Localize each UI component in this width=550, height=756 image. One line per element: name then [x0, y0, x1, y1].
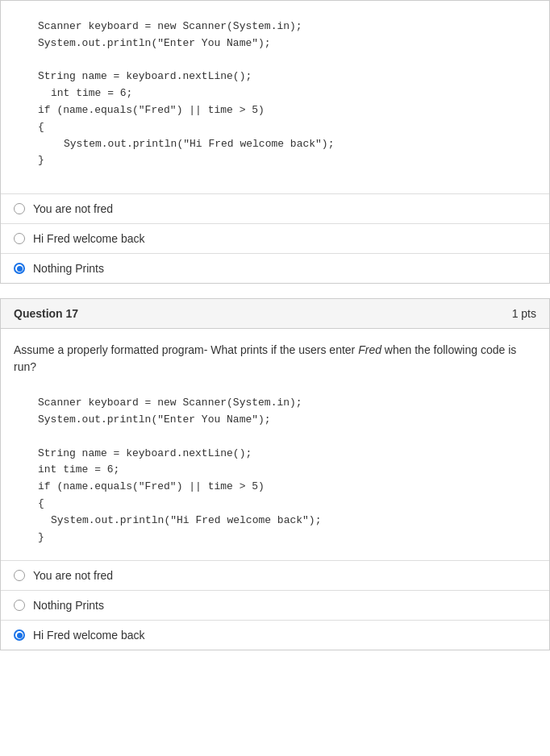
question-17-title: Question 17 [14, 307, 78, 320]
option-item[interactable]: Hi Fred welcome back [1, 621, 549, 650]
radio-button-selected[interactable] [14, 263, 25, 274]
option-item[interactable]: You are not fred [1, 561, 549, 591]
code-line: if (name.equals("Fred") || time > 5) [38, 102, 523, 119]
radio-button[interactable] [14, 570, 25, 581]
option-item[interactable]: Hi Fred welcome back [1, 224, 549, 254]
option-label: You are not fred [33, 569, 113, 582]
code-line: int time = 6; [38, 462, 523, 479]
code-line: { [38, 496, 523, 513]
radio-button[interactable] [14, 203, 25, 214]
option-item[interactable]: Nothing Prints [1, 254, 549, 283]
q17-options: You are not fred Nothing Prints Hi Fred … [1, 560, 549, 650]
question-16-card: Scanner keyboard = new Scanner(System.in… [0, 0, 550, 284]
code-line: Scanner keyboard = new Scanner(System.in… [38, 395, 523, 412]
code-line: int time = 6; [38, 85, 523, 102]
code-line: System.out.println("Hi Fred welcome back… [38, 136, 523, 153]
radio-button-selected[interactable] [14, 629, 25, 641]
code-line: } [38, 530, 523, 546]
question-17-body: Assume a properly formatted program- Wha… [1, 329, 549, 554]
code-line: Scanner keyboard = new Scanner(System.in… [38, 19, 523, 35]
question-17-header: Question 17 1 pts [1, 299, 549, 329]
code-line: System.out.println("Hi Fred welcome back… [38, 513, 523, 530]
code-line: { [38, 119, 523, 136]
question-17-card: Question 17 1 pts Assume a properly form… [0, 298, 550, 650]
option-item[interactable]: Nothing Prints [1, 591, 549, 621]
code-line: System.out.println("Enter You Name"); [38, 35, 523, 52]
q16-code-block: Scanner keyboard = new Scanner(System.in… [1, 1, 549, 187]
option-item[interactable]: You are not fred [1, 194, 549, 224]
code-line: } [38, 152, 523, 169]
option-label: You are not fred [33, 202, 113, 215]
q17-code-block: Scanner keyboard = new Scanner(System.in… [14, 387, 536, 554]
option-label: Nothing Prints [33, 262, 104, 275]
code-line [38, 52, 523, 69]
code-line: String name = keyboard.nextLine(); [38, 69, 523, 85]
code-line [38, 429, 523, 446]
code-line: String name = keyboard.nextLine(); [38, 446, 523, 463]
radio-button[interactable] [14, 233, 25, 244]
option-label: Nothing Prints [33, 599, 104, 612]
radio-button[interactable] [14, 600, 25, 611]
q16-options: You are not fred Hi Fred welcome back No… [1, 193, 549, 283]
option-label: Hi Fred welcome back [33, 629, 145, 642]
question-17-pts: 1 pts [512, 307, 536, 320]
code-line: if (name.equals("Fred") || time > 5) [38, 479, 523, 496]
code-line: System.out.println("Enter You Name"); [38, 412, 523, 429]
option-label: Hi Fred welcome back [33, 232, 145, 245]
question-17-text: Assume a properly formatted program- Wha… [14, 342, 536, 376]
